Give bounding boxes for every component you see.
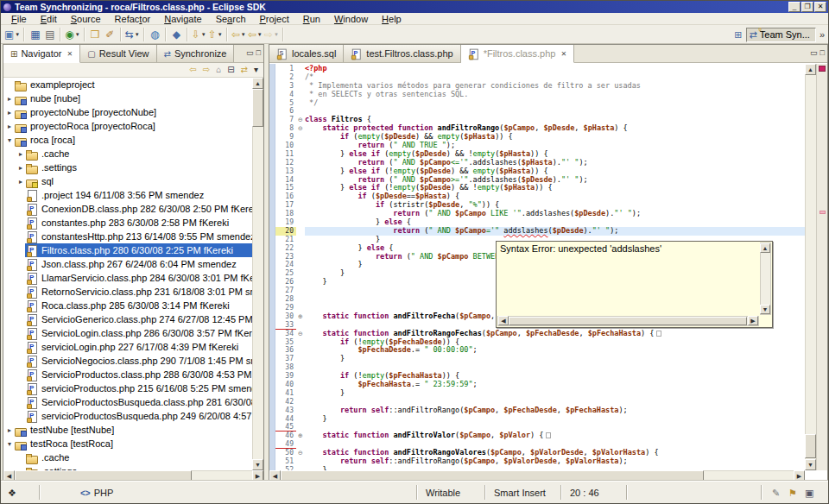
- tree-item[interactable]: ▾roca [roca]: [3, 133, 252, 147]
- navigator-vertical-scrollbar[interactable]: ▲ ▼: [252, 78, 263, 470]
- tree-item[interactable]: PJson.class.php 267 6/24/08 6:04 PM smen…: [3, 257, 252, 271]
- external-tools-button[interactable]: ◉▼: [64, 27, 80, 42]
- chevron-right-icon[interactable]: ▸: [16, 164, 25, 172]
- dropdown-caret-icon[interactable]: ▼: [135, 32, 140, 37]
- close-tab-icon[interactable]: ✕: [560, 50, 566, 58]
- fast-view-bar-icon[interactable]: ❖: [8, 486, 16, 500]
- status-pencil-icon[interactable]: ✎: [772, 486, 780, 500]
- dropdown-caret-icon[interactable]: ▼: [15, 32, 20, 37]
- tree-item[interactable]: PFiltros.class.php 280 6/30/08 2:25 PM f…: [3, 243, 252, 257]
- status-misc-icon[interactable]: ▣: [805, 486, 813, 500]
- synchronize-button[interactable]: ⇆▼: [124, 27, 141, 42]
- open-perspective-icon[interactable]: ⊞: [734, 29, 742, 41]
- tree-item[interactable]: ▸.settings: [3, 161, 252, 174]
- tree-item[interactable]: exampleproject: [3, 78, 252, 91]
- tree-item[interactable]: .project 194 6/11/08 3:56 PM smendez: [3, 188, 252, 202]
- scroll-up-icon[interactable]: ▲: [760, 243, 770, 253]
- forward-button[interactable]: ⇨▼: [263, 27, 280, 42]
- tooltip-horizontal-scrollbar[interactable]: ◀ ▶: [497, 316, 759, 326]
- error-marker[interactable]: [819, 66, 826, 72]
- scrollbar-thumb[interactable]: [509, 317, 747, 325]
- dropdown-caret-icon[interactable]: ▼: [274, 32, 279, 37]
- maximize-window-button[interactable]: ❐: [801, 2, 813, 12]
- save-button[interactable]: ▦: [28, 27, 42, 42]
- status-flag-icon[interactable]: ⚑: [788, 486, 797, 500]
- code-line[interactable]: 40 $pFechaHasta.= " 23:59:59";: [269, 381, 805, 389]
- scrollbar-thumb[interactable]: [805, 434, 816, 458]
- editor-tab-filtros.class.php[interactable]: P*Filtros.class.php✕: [461, 45, 574, 63]
- menu-item-refactor[interactable]: Refactor: [108, 14, 158, 24]
- tree-item[interactable]: ▸proyectoNube [proyectoNube]: [3, 105, 252, 119]
- dropdown-caret-icon[interactable]: ▼: [201, 32, 206, 37]
- dropdown-caret-icon[interactable]: ▼: [257, 32, 263, 37]
- new-wizard-button[interactable]: ▣▼: [3, 27, 21, 42]
- menu-item-search[interactable]: Search: [209, 14, 253, 24]
- scroll-up-icon[interactable]: ▲: [252, 78, 263, 89]
- menu-item-source[interactable]: Source: [64, 14, 108, 24]
- tree-item[interactable]: PservicioProductos.php 215 6/16/08 5:25 …: [3, 381, 252, 395]
- launch-button[interactable]: ✐: [103, 27, 117, 42]
- view-tab-result-view[interactable]: ▢Result View: [80, 45, 156, 62]
- menu-item-help[interactable]: Help: [375, 14, 408, 24]
- collapse-all-button[interactable]: ⊟: [227, 66, 234, 74]
- chevron-right-icon[interactable]: ▸: [16, 150, 25, 158]
- dropdown-caret-icon[interactable]: ▼: [75, 32, 80, 37]
- menu-item-file[interactable]: File: [4, 14, 34, 24]
- code-line[interactable]: 51 return self::andFiltroRango($pCampo, …: [269, 457, 805, 466]
- web-browser-button[interactable]: ◍: [148, 27, 162, 42]
- menu-item-project[interactable]: Project: [253, 14, 296, 24]
- tree-item[interactable]: PServicioProductosBusqueda.class.php 281…: [3, 395, 252, 409]
- chevron-right-icon[interactable]: ▸: [16, 178, 25, 186]
- checkout-button[interactable]: ❒: [88, 27, 103, 42]
- collapse-region-icon[interactable]: ⊖: [298, 116, 305, 124]
- tree-item[interactable]: PServicioNegocios.class.php 290 7/1/08 1…: [3, 354, 252, 368]
- back-button[interactable]: ⇦▼: [231, 27, 247, 42]
- tree-item[interactable]: PServicioLogin.class.php 286 6/30/08 3:5…: [3, 326, 252, 340]
- close-window-button[interactable]: ✕: [814, 2, 826, 12]
- dropdown-caret-icon[interactable]: ▼: [241, 32, 246, 37]
- code-line[interactable]: 5 */: [269, 99, 805, 108]
- dropdown-caret-icon[interactable]: ▼: [218, 32, 223, 37]
- view-tab-synchronize[interactable]: ⇄Synchronize: [157, 45, 235, 62]
- chevron-right-icon[interactable]: ▸: [5, 123, 14, 130]
- code-line[interactable]: 1<?php: [269, 65, 805, 73]
- scroll-left-icon[interactable]: ◀: [498, 316, 509, 325]
- code-line[interactable]: 4 * en SELECTs y otras sentencias SQL.: [269, 91, 805, 99]
- up-button[interactable]: ⌂: [216, 66, 221, 74]
- menu-item-window[interactable]: Window: [327, 14, 375, 24]
- collapse-region-icon[interactable]: ⊖: [298, 449, 305, 457]
- tree-item[interactable]: PServicioProductos.class.php 288 6/30/08…: [3, 368, 252, 381]
- tree-item[interactable]: ▾testRoca [testRoca]: [3, 437, 252, 450]
- collapse-region-icon[interactable]: ⊖: [298, 330, 305, 338]
- forward-history-button[interactable]: ⇦▼: [247, 27, 263, 42]
- menu-item-edit[interactable]: Edit: [34, 14, 64, 24]
- tree-item[interactable]: PservicioLogin.php 227 6/17/08 4:39 PM f…: [3, 340, 252, 354]
- chevron-right-icon[interactable]: ▸: [5, 109, 14, 117]
- code-line[interactable]: 44 }: [269, 415, 805, 424]
- code-line[interactable]: 36 $pFechaDesde.= " 00:00:00";: [269, 346, 805, 355]
- tree-item[interactable]: ▸proyectoRoca [proyectoRoca]: [3, 119, 252, 133]
- tooltip-vertical-scrollbar[interactable]: ▲ ▼: [760, 243, 771, 315]
- back-button[interactable]: ⇦: [189, 66, 196, 74]
- scroll-down-icon[interactable]: ▼: [805, 459, 816, 470]
- chevron-down-icon[interactable]: ▾: [5, 136, 14, 144]
- scroll-down-icon[interactable]: ▼: [252, 459, 263, 470]
- tree-item[interactable]: PservicioProductosBusqueda.php 249 6/20/…: [3, 409, 252, 423]
- maximize-view-icon[interactable]: □: [256, 48, 261, 57]
- print-button[interactable]: ▤: [42, 27, 57, 42]
- chevron-down-icon[interactable]: ▾: [5, 440, 14, 448]
- scroll-up-icon[interactable]: ▲: [805, 64, 816, 75]
- perspective-team-sync-button[interactable]: ⇄0 Team Syn...: [746, 28, 816, 42]
- change-marker[interactable]: [820, 211, 826, 214]
- minimize-view-icon[interactable]: ▭: [246, 48, 254, 57]
- code-line[interactable]: 37 }: [269, 355, 805, 363]
- forward-button[interactable]: ⇨: [203, 66, 210, 74]
- editor-tab-locales.sql[interactable]: Slocales.sql: [269, 45, 344, 62]
- chevron-right-icon[interactable]: ▸: [5, 95, 14, 103]
- plugin-registry-button[interactable]: ◆: [169, 27, 184, 42]
- menu-item-navigate[interactable]: Navigate: [157, 14, 208, 24]
- tree-item[interactable]: PLlamarServicio.class.php 284 6/30/08 3:…: [3, 271, 252, 285]
- tree-item[interactable]: ▸.cache: [3, 147, 252, 161]
- tree-item[interactable]: Pconstantes.php 283 6/30/08 2:58 PM fKer…: [3, 216, 252, 230]
- scroll-down-icon[interactable]: ▼: [760, 305, 770, 314]
